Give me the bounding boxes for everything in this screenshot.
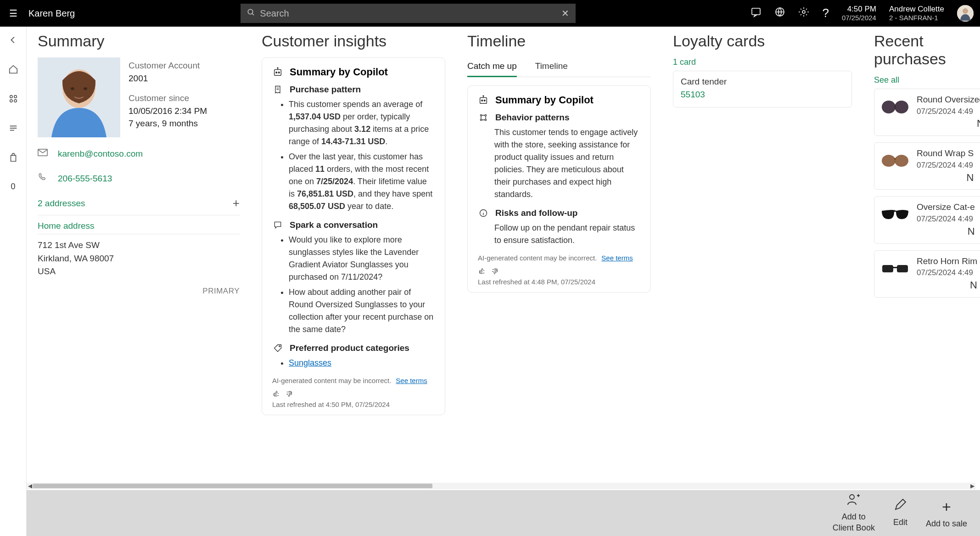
timeline-tabs: Catch me up Timeline xyxy=(467,57,651,77)
since-label: Customer since xyxy=(129,92,207,105)
address-body: 712 1st Ave SW Kirkland, WA 98007 USA xyxy=(38,239,240,278)
edit-button[interactable]: Edit xyxy=(893,498,907,528)
since-date: 10/05/2016 2:34 PM xyxy=(129,105,207,118)
add-address-icon[interactable]: + xyxy=(233,196,240,210)
insights-card: Summary by Copilot Purchase pattern This… xyxy=(262,57,445,415)
svg-rect-2 xyxy=(752,8,760,15)
behavior-heading: Behavior patterns xyxy=(478,113,640,123)
loyalty-tender-label: Card tender xyxy=(681,77,844,87)
horizontal-scrollbar[interactable]: ◀ ▶ xyxy=(27,483,975,489)
loyalty-heading: Loyalty cards xyxy=(673,32,852,50)
home-address-label[interactable]: Home address xyxy=(38,215,240,234)
scrollbar-thumb[interactable] xyxy=(33,484,432,488)
tab-catch-me-up[interactable]: Catch me up xyxy=(467,57,517,77)
svg-point-34 xyxy=(480,119,482,120)
svg-point-42 xyxy=(895,155,908,167)
purchase-item[interactable]: Round Wrap S07/25/2024 4:49N xyxy=(874,142,980,190)
timeline-heading: Timeline xyxy=(467,32,651,50)
svg-rect-19 xyxy=(274,70,281,76)
svg-point-29 xyxy=(484,100,485,102)
sunglasses-icon xyxy=(880,204,910,225)
customer-photo xyxy=(38,57,120,137)
list-icon[interactable] xyxy=(8,123,18,136)
purchase-item[interactable]: Round Oversized07/25/2024 4:49N xyxy=(874,89,980,136)
svg-point-7 xyxy=(10,96,12,98)
loyalty-count[interactable]: 1 card xyxy=(673,57,852,67)
sunglasses-icon xyxy=(880,96,910,118)
topbar: ☰ Karen Berg ✕ ? 4:50 PM 07/25/2024 Andr… xyxy=(0,0,980,27)
back-icon[interactable] xyxy=(8,35,18,48)
svg-point-28 xyxy=(482,100,483,102)
globe-icon[interactable] xyxy=(774,6,785,20)
loyalty-card[interactable]: Card tender 55103 xyxy=(673,71,852,107)
svg-point-20 xyxy=(276,72,277,73)
behavior-icon xyxy=(478,113,489,122)
recent-heading: Recent purchases xyxy=(874,32,980,68)
see-terms-link[interactable]: See terms xyxy=(396,377,427,384)
modules-icon[interactable] xyxy=(8,94,18,107)
svg-point-40 xyxy=(895,101,908,113)
help-icon[interactable]: ? xyxy=(822,6,829,20)
sidebar-badge: 0 xyxy=(11,182,15,192)
workspace: Summary Customer Account 2001 Customer s… xyxy=(27,27,980,485)
page-title: Karen Berg xyxy=(28,8,75,19)
thumbs-up-icon[interactable]: 👍︎ xyxy=(272,389,280,399)
plus-icon: + xyxy=(926,497,967,517)
svg-rect-45 xyxy=(893,267,897,268)
copilot-icon xyxy=(478,95,489,105)
svg-point-35 xyxy=(485,119,486,120)
pp-item-2: Over the last year, this customer has pl… xyxy=(289,151,435,213)
timeline-copilot-title: Summary by Copilot xyxy=(478,94,640,106)
close-icon[interactable]: ✕ xyxy=(561,8,569,19)
email-row[interactable]: karenb@contoso.com xyxy=(38,146,240,162)
add-to-sale-button[interactable]: + Add to sale xyxy=(926,497,967,530)
pref-heading: Preferred product categories xyxy=(272,343,435,353)
pencil-icon xyxy=(893,498,907,515)
tab-timeline[interactable]: Timeline xyxy=(535,57,568,77)
chat-bubble-icon xyxy=(272,220,283,230)
loyalty-tender-value: 55103 xyxy=(681,90,844,100)
search-input[interactable] xyxy=(260,8,561,19)
svg-point-39 xyxy=(882,101,896,113)
thumbs-down-icon[interactable]: 👎︎ xyxy=(285,389,293,399)
thumbs-down-icon[interactable]: 👎︎ xyxy=(491,266,499,276)
add-to-client-book-button[interactable]: Add to Client Book xyxy=(833,493,875,533)
svg-point-26 xyxy=(279,346,280,347)
insights-refreshed: Last refreshed at 4:50 PM, 07/25/2024 xyxy=(272,401,435,408)
svg-rect-27 xyxy=(480,98,487,104)
phone-row[interactable]: 206-555-5613 xyxy=(38,170,240,187)
thumbs-up-icon[interactable]: 👍︎ xyxy=(478,266,486,276)
search-box[interactable]: ✕ xyxy=(241,4,576,23)
risks-body: Follow up on the pendant repair status t… xyxy=(478,222,640,247)
summary-heading: Summary xyxy=(38,32,240,50)
addresses-count[interactable]: 2 addresses xyxy=(38,198,85,209)
risks-heading: Risks and follow-up xyxy=(478,208,640,218)
purchase-item[interactable]: Retro Horn Rim07/25/2024 4:49N xyxy=(874,250,980,298)
insights-column: Customer insights Summary by Copilot Pur… xyxy=(262,32,445,485)
pp-item-1: This customer spends an average of 1,537… xyxy=(289,98,435,148)
pref-category-link[interactable]: Sunglasses xyxy=(289,358,331,367)
hamburger-icon[interactable]: ☰ xyxy=(6,6,20,20)
see-terms-link[interactable]: See terms xyxy=(601,254,633,262)
purchase-item[interactable]: Oversize Cat-e07/25/2024 4:49N xyxy=(874,196,980,243)
phone-icon xyxy=(38,173,49,184)
insights-heading: Customer insights xyxy=(262,32,445,50)
scroll-left-icon[interactable]: ◀ xyxy=(27,483,33,489)
home-icon[interactable] xyxy=(8,64,18,77)
see-all-link[interactable]: See all xyxy=(874,75,899,85)
svg-point-32 xyxy=(480,114,482,116)
avatar[interactable] xyxy=(957,5,974,22)
gear-icon[interactable] xyxy=(798,6,809,20)
bag-icon[interactable] xyxy=(8,152,18,165)
person-add-icon xyxy=(833,493,875,510)
addr-line2: Kirkland, WA 98007 xyxy=(38,252,240,265)
sunglasses-icon xyxy=(880,258,910,279)
svg-point-16 xyxy=(71,87,74,90)
timeline-card: Summary by Copilot Behavior patterns Thi… xyxy=(467,85,651,293)
svg-rect-44 xyxy=(897,265,908,272)
scroll-right-icon[interactable]: ▶ xyxy=(969,483,975,489)
chat-icon[interactable] xyxy=(750,6,762,20)
svg-point-4 xyxy=(802,11,805,13)
sunglasses-icon xyxy=(880,150,910,171)
phone-value: 206-555-5613 xyxy=(58,174,112,184)
